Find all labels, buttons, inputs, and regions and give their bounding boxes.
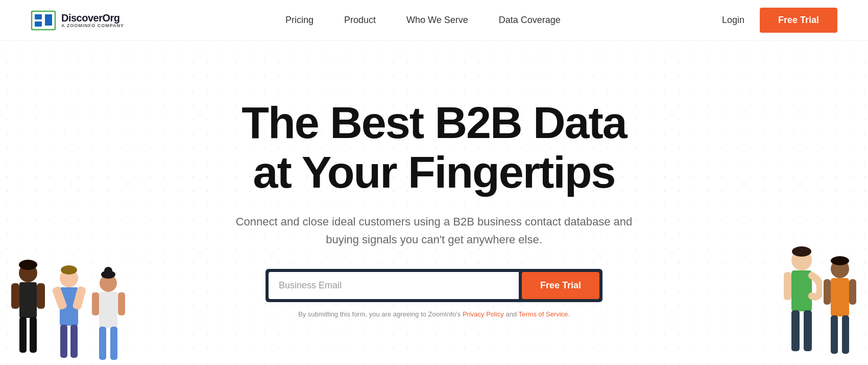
svg-rect-7	[11, 283, 19, 309]
hero-title-line1: The Best B2B Data	[242, 97, 626, 148]
logo-brand-name: DiscoverOrg	[61, 12, 124, 24]
disclaimer-mid-text: and	[504, 310, 519, 318]
svg-rect-24	[99, 327, 106, 360]
person-figure-2	[51, 253, 87, 365]
svg-rect-30	[791, 310, 800, 351]
svg-rect-35	[824, 279, 831, 305]
svg-rect-23	[118, 292, 125, 315]
nav-link-pricing[interactable]: Pricing	[285, 15, 314, 26]
person-figure-4	[781, 237, 822, 365]
person-figure-3	[92, 258, 125, 365]
hero-subtitle: Connect and close ideal customers using …	[230, 213, 638, 248]
svg-rect-21	[99, 292, 117, 328]
logo-icon	[31, 10, 56, 31]
illustration-right	[725, 222, 868, 365]
svg-rect-6	[19, 282, 37, 318]
svg-rect-10	[30, 317, 37, 353]
svg-rect-1	[35, 14, 42, 19]
privacy-policy-link[interactable]: Privacy Policy	[463, 310, 504, 318]
svg-rect-2	[35, 21, 42, 27]
nav-link-product[interactable]: Product	[344, 15, 376, 26]
svg-rect-8	[37, 283, 45, 309]
svg-rect-3	[45, 14, 52, 26]
svg-rect-29	[784, 272, 791, 300]
terms-of-service-link[interactable]: Terms of Service	[519, 310, 568, 318]
hero-content: The Best B2B Data at Your Fingertips Con…	[230, 98, 638, 318]
hero-title-line2: at Your Fingertips	[253, 147, 615, 197]
navigation: DiscoverOrg A ZOOMINFO COMPANY Pricing P…	[0, 0, 868, 41]
svg-point-5	[19, 260, 37, 270]
disclaimer-post-text: .	[568, 310, 570, 318]
hero-disclaimer: By submitting this form, you are agreein…	[230, 310, 638, 318]
logo-text: DiscoverOrg A ZOOMINFO COMPANY	[61, 12, 124, 29]
svg-rect-31	[804, 310, 812, 351]
nav-links: Pricing Product Who We Serve Data Covera…	[285, 15, 561, 26]
svg-point-33	[831, 256, 849, 265]
nav-link-data-coverage[interactable]: Data Coverage	[499, 15, 561, 26]
illustration-left	[0, 222, 163, 365]
svg-rect-22	[92, 292, 99, 315]
svg-rect-17	[70, 325, 78, 358]
hero-free-trial-button[interactable]: Free Trial	[522, 272, 599, 299]
person-figure-5	[822, 247, 858, 365]
hero-section: The Best B2B Data at Your Fingertips Con…	[0, 41, 868, 365]
svg-rect-9	[19, 317, 27, 353]
svg-rect-37	[831, 315, 838, 354]
disclaimer-pre-text: By submitting this form, you are agreein…	[298, 310, 463, 318]
svg-rect-38	[842, 315, 849, 354]
login-link[interactable]: Login	[722, 15, 744, 26]
hero-title: The Best B2B Data at Your Fingertips	[230, 98, 638, 197]
svg-point-27	[792, 246, 811, 257]
person-figure-1	[10, 253, 46, 365]
nav-free-trial-button[interactable]: Free Trial	[760, 8, 837, 33]
svg-rect-16	[60, 325, 67, 358]
svg-point-20	[104, 267, 112, 275]
svg-rect-25	[110, 327, 117, 360]
svg-rect-34	[831, 278, 849, 316]
logo[interactable]: DiscoverOrg A ZOOMINFO COMPANY	[31, 10, 124, 31]
svg-point-12	[61, 265, 77, 275]
hero-form: Free Trial	[266, 269, 602, 302]
nav-actions: Login Free Trial	[722, 8, 837, 33]
nav-link-who-we-serve[interactable]: Who We Serve	[406, 15, 468, 26]
business-email-input[interactable]	[269, 272, 519, 299]
logo-company-name: A ZOOMINFO COMPANY	[61, 24, 124, 29]
svg-rect-36	[849, 279, 856, 305]
